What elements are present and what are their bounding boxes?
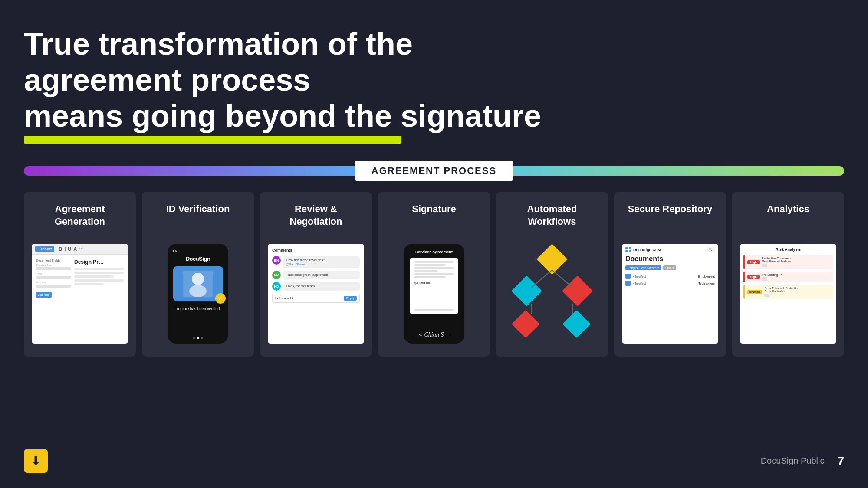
sr-mock: DocuSign CLM 🔍 Documents Party is Fresh … bbox=[622, 244, 718, 344]
card-analytics: Analytics Risk Analysis High Restrictive… bbox=[732, 192, 844, 357]
title-section: True transformation of the agreement pro… bbox=[24, 26, 844, 144]
footer-brand: DocuSign Public bbox=[761, 456, 825, 466]
svg-rect-3 bbox=[537, 244, 568, 275]
underline-icon: U bbox=[68, 246, 71, 252]
card-agreement-generation: Agreement Generation + Insert B I U A ⋯ bbox=[24, 192, 136, 357]
an-row-2-text: Pre-Existing IP bbox=[762, 273, 830, 276]
card-review-negotiation: Review & Negotiation Comments BN How are… bbox=[260, 192, 372, 357]
sr-logo-dots bbox=[625, 247, 631, 252]
rn-comment-2: SD This looks great, approved! bbox=[272, 271, 360, 279]
card-title-id-verification: ID Verification bbox=[166, 203, 230, 229]
svg-line-8 bbox=[532, 270, 552, 288]
sr-tag-1: Party is Fresh Software bbox=[625, 265, 661, 270]
card-id-verification: ID Verification 9:41 DocuSign ✓ Your ID … bbox=[142, 192, 254, 357]
align-icon: A bbox=[73, 246, 77, 252]
svg-rect-4 bbox=[511, 276, 542, 307]
main-title: True transformation of the agreement pro… bbox=[24, 26, 545, 134]
rn-comment-2-text: This looks great, approved! bbox=[286, 273, 357, 277]
sig-doc-area: $4,250.00 bbox=[410, 258, 458, 314]
process-bar-wrapper: AGREEMENT PROCESS bbox=[24, 161, 844, 181]
ag-toolbar: + Insert B I U A ⋯ bbox=[32, 244, 128, 255]
cards-row: Agreement Generation + Insert B I U A ⋯ bbox=[24, 192, 844, 357]
ag-field-address: Address bbox=[36, 281, 71, 288]
sr-logo-text: DocuSign CLM bbox=[633, 248, 661, 252]
an-badge-2: High bbox=[747, 275, 760, 279]
idv-dot-2 bbox=[197, 337, 199, 339]
idv-dots bbox=[193, 337, 203, 339]
card-signature: Signature Services Agreement $4,250.00 bbox=[378, 192, 490, 357]
sr-icon-2 bbox=[625, 281, 631, 286]
rn-avatar-1: BN bbox=[272, 256, 281, 265]
idv-time: 9:41 bbox=[172, 249, 179, 253]
sr-row-2-label: • In effect bbox=[633, 282, 646, 285]
idv-logo: DocuSign bbox=[186, 255, 210, 262]
process-bar-label: AGREEMENT PROCESS bbox=[355, 161, 513, 181]
rn-avatar-2: SD bbox=[272, 271, 281, 279]
card-title-automated-workflows: Automated Workflows bbox=[504, 203, 600, 229]
sr-search[interactable]: 🔍 bbox=[707, 247, 715, 252]
card-content-aw bbox=[504, 239, 600, 349]
footer-page-number: 7 bbox=[837, 454, 844, 468]
rn-bubble-2: This looks great, approved! bbox=[283, 271, 360, 279]
sr-tags: Party is Fresh Software Status bbox=[625, 265, 715, 270]
sr-doc-title: Documents bbox=[625, 255, 715, 263]
an-row-1-icons bbox=[762, 264, 830, 267]
card-content-sig: Services Agreement $4,250.00 ✎ Chian S— bbox=[386, 239, 482, 349]
card-title-review-negotiation: Review & Negotiation bbox=[268, 203, 364, 229]
sr-tag-2: Status bbox=[663, 265, 676, 270]
sr-row-1-label: • In effect bbox=[633, 275, 646, 278]
rn-reply-btn[interactable]: Reply bbox=[344, 296, 357, 301]
rn-comment-1-sub: @Sam Shales bbox=[286, 263, 357, 266]
rn-input-text: Let's send it. bbox=[275, 296, 295, 300]
an-badge-3: Medium bbox=[747, 290, 762, 294]
an-row-2: High Pre-Existing IP bbox=[743, 272, 833, 282]
ag-field-party: Party bbox=[36, 272, 71, 279]
highlight-bar bbox=[24, 136, 401, 144]
card-content-ag: + Insert B I U A ⋯ Document Fields bbox=[32, 239, 128, 349]
an-badge-1: High bbox=[747, 260, 760, 264]
rn-bubble-1: How are these revisions? @Sam Shales bbox=[283, 256, 360, 268]
sig-price: $4,250.00 bbox=[414, 281, 454, 285]
download-icon[interactable]: ⬇ bbox=[24, 449, 48, 473]
idv-dot-3 bbox=[201, 337, 203, 339]
sig-signature-text: Chian S— bbox=[424, 331, 449, 338]
an-row-1: High Restrictive CovenantsMost Favored N… bbox=[743, 255, 833, 269]
sig-pen-icon: ✎ bbox=[419, 333, 422, 337]
rn-input-area[interactable]: Let's send it. Reply bbox=[272, 294, 360, 303]
card-content-rn: Comments BN How are these revisions? @Sa… bbox=[268, 239, 364, 349]
ag-main-area: Design Pr… bbox=[74, 259, 124, 298]
aw-workflow-svg bbox=[504, 244, 600, 344]
ag-insert-btn[interactable]: + Insert bbox=[35, 246, 54, 252]
sr-header: DocuSign CLM 🔍 bbox=[625, 247, 715, 252]
slide-container: True transformation of the agreement pro… bbox=[0, 0, 868, 488]
sr-row-2-value: Techisphere bbox=[698, 282, 715, 285]
svg-rect-7 bbox=[562, 310, 591, 338]
sr-icon-1 bbox=[625, 274, 631, 279]
idv-checkmark-icon: ✓ bbox=[215, 293, 226, 304]
ag-doc-title: Design Pr… bbox=[74, 259, 124, 265]
rn-comment-3-text: Okay, thanks team. bbox=[286, 284, 357, 288]
ag-mock: + Insert B I U A ⋯ Document Fields bbox=[32, 244, 128, 344]
an-mock: Risk Analysis High Restrictive Covenants… bbox=[740, 244, 836, 344]
footer-right: DocuSign Public 7 bbox=[761, 454, 844, 468]
an-row-3-icons bbox=[764, 294, 830, 297]
card-title-signature: Signature bbox=[412, 203, 456, 229]
rn-avatar-3: KD bbox=[272, 282, 281, 291]
ag-toolbar-icons: B I U A ⋯ bbox=[59, 246, 84, 252]
ag-address-box: Address bbox=[36, 292, 52, 298]
card-content-sr: DocuSign CLM 🔍 Documents Party is Fresh … bbox=[622, 239, 718, 349]
svg-point-1 bbox=[192, 273, 204, 285]
svg-rect-5 bbox=[562, 276, 593, 307]
an-row-2-icons bbox=[762, 277, 830, 281]
footer: ⬇ DocuSign Public 7 bbox=[24, 449, 844, 473]
card-content-an: Risk Analysis High Restrictive Covenants… bbox=[740, 239, 836, 349]
sig-signature-area: ✎ Chian S— bbox=[419, 331, 449, 338]
an-row-1-text: Restrictive CovenantsMost Favored Nation… bbox=[762, 257, 830, 263]
rn-bubble-3: Okay, thanks team. bbox=[283, 282, 360, 291]
sr-row-1-value: Employment bbox=[698, 275, 715, 278]
italic-icon: I bbox=[64, 246, 66, 252]
card-title-analytics: Analytics bbox=[767, 203, 809, 229]
aw-mock bbox=[504, 244, 600, 344]
card-automated-workflows: Automated Workflows bbox=[496, 192, 608, 357]
svg-line-9 bbox=[552, 270, 572, 288]
